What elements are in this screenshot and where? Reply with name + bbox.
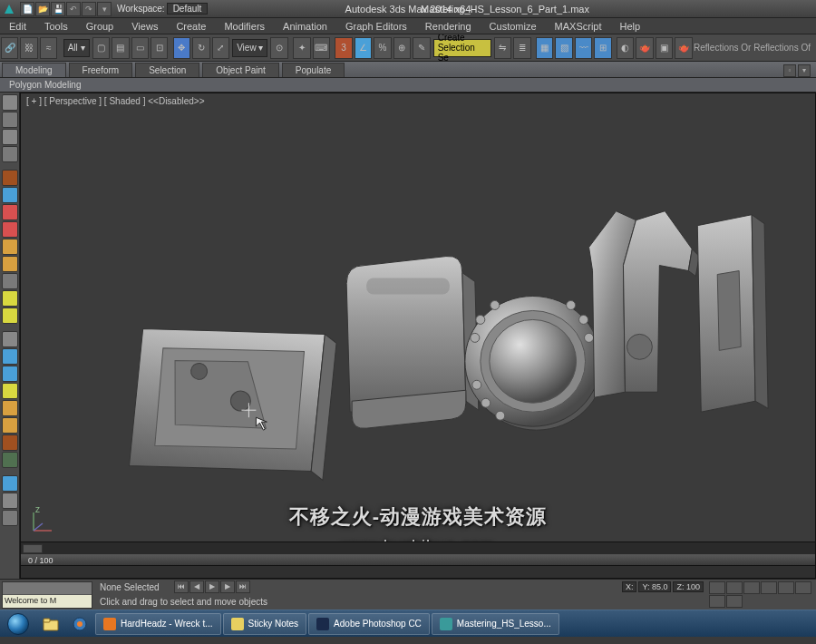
coord-y[interactable]: Y: 85.0: [638, 581, 671, 592]
select-move-icon[interactable]: ✥: [173, 37, 190, 59]
open-file-icon[interactable]: 📂: [35, 2, 50, 16]
left-tool-17[interactable]: [2, 400, 18, 416]
left-tool-19[interactable]: [2, 434, 18, 451]
task-item-1[interactable]: Sticky Notes: [223, 613, 307, 635]
left-tool-2[interactable]: [2, 129, 18, 145]
menu-modifiers[interactable]: Modifiers: [215, 18, 274, 34]
left-tool-13[interactable]: [2, 331, 18, 347]
pan-view-icon[interactable]: [709, 581, 725, 594]
viewport-scrollbar[interactable]: [21, 542, 815, 554]
next-frame-icon[interactable]: ▶: [220, 581, 235, 593]
menu-tools[interactable]: Tools: [35, 18, 77, 34]
ribbon-tab-selection[interactable]: Selection: [135, 63, 199, 77]
schematic-view-icon[interactable]: ⊞: [594, 37, 611, 59]
pinned-explorer-icon[interactable]: [36, 612, 65, 636]
left-tool-22[interactable]: [2, 493, 18, 509]
spinner-snap-icon[interactable]: ⊕: [393, 37, 411, 59]
viewport[interactable]: [ + ] [ Perspective ] [ Shaded ] <<Disab…: [20, 93, 816, 579]
menu-views[interactable]: Views: [122, 18, 167, 34]
nav-8-icon[interactable]: [726, 595, 743, 608]
task-item-2[interactable]: Adobe Photoshop CC: [308, 613, 430, 635]
save-file-icon[interactable]: 💾: [51, 2, 65, 16]
left-tool-15[interactable]: [2, 366, 18, 382]
percent-snap-icon[interactable]: %: [374, 37, 391, 59]
use-center-icon[interactable]: ⊙: [270, 37, 287, 59]
curve-editor-icon[interactable]: 〰: [575, 37, 592, 59]
ribbon-tab-object-paint[interactable]: Object Paint: [202, 63, 278, 77]
select-scale-icon[interactable]: ⤢: [212, 37, 229, 59]
time-track[interactable]: [21, 565, 815, 578]
ribbon-tab-populate[interactable]: Populate: [282, 63, 345, 77]
left-tool-8[interactable]: [2, 239, 18, 255]
align-icon[interactable]: ≣: [513, 37, 530, 59]
ribbon-tab-modeling[interactable]: Modeling: [2, 63, 66, 77]
rendered-frame-icon[interactable]: ▣: [656, 37, 673, 59]
left-tool-11[interactable]: [2, 290, 18, 307]
edit-selection-set-icon[interactable]: ✎: [413, 37, 430, 59]
left-tool-16[interactable]: [2, 383, 18, 399]
select-region-rect-icon[interactable]: ▭: [131, 37, 149, 59]
left-tool-18[interactable]: [2, 417, 18, 434]
material-editor-icon[interactable]: ◐: [617, 37, 634, 59]
select-name-icon[interactable]: ▤: [112, 37, 129, 59]
task-item-3[interactable]: Mastering_HS_Lesso...: [432, 613, 559, 635]
nav-7-icon[interactable]: [709, 595, 725, 608]
unlink-icon[interactable]: ⛓: [20, 37, 37, 59]
menu-animation[interactable]: Animation: [274, 18, 336, 34]
workspace-selector[interactable]: Workspace: Default: [117, 3, 208, 15]
left-tool-1[interactable]: [2, 112, 18, 128]
bind-icon[interactable]: ≈: [40, 37, 57, 59]
undo-icon[interactable]: ↶: [66, 2, 81, 16]
timeline-mini[interactable]: [3, 582, 92, 595]
ribbon-options-icon[interactable]: ▾: [798, 64, 811, 77]
menu-maxscript[interactable]: MAXScript: [546, 18, 611, 34]
angle-snap-icon[interactable]: ∠: [355, 37, 372, 59]
coord-x[interactable]: X:: [622, 581, 637, 592]
keyboard-shortcut-icon[interactable]: ⌨: [313, 37, 330, 59]
qat-dropdown-icon[interactable]: ▾: [97, 2, 112, 16]
left-tool-10[interactable]: [2, 273, 18, 289]
mirror-icon[interactable]: ⇋: [494, 37, 511, 59]
left-tool-9[interactable]: [2, 256, 18, 272]
window-crossing-icon[interactable]: ⊡: [151, 37, 168, 59]
play-icon[interactable]: ▶: [205, 581, 219, 593]
left-tool-4[interactable]: [2, 170, 18, 186]
menu-help[interactable]: Help: [611, 18, 650, 34]
left-tool-12[interactable]: [2, 307, 18, 324]
goto-end-icon[interactable]: ⏭: [236, 581, 250, 593]
left-tool-23[interactable]: [2, 510, 18, 526]
left-tool-20[interactable]: [2, 452, 18, 468]
ribbon-tab-freeform[interactable]: Freeform: [69, 63, 133, 77]
menu-rendering[interactable]: Rendering: [416, 18, 481, 34]
render-icon[interactable]: 🫖: [675, 37, 692, 59]
goto-start-icon[interactable]: ⏮: [174, 581, 189, 593]
named-selection-set-field[interactable]: Create Selection Se: [433, 39, 491, 57]
select-manipulate-icon[interactable]: ✦: [293, 37, 310, 59]
snap-toggle-icon[interactable]: 3: [335, 37, 352, 59]
left-tool-14[interactable]: [2, 348, 18, 365]
zoom-icon[interactable]: [726, 581, 743, 594]
left-tool-3[interactable]: [2, 146, 18, 162]
layer-manager-icon[interactable]: ▦: [536, 37, 553, 59]
time-ruler[interactable]: 0 / 100: [21, 554, 815, 565]
zoom-extents-icon[interactable]: [743, 581, 760, 594]
orbit-icon[interactable]: [778, 581, 794, 594]
left-tool-21[interactable]: [2, 475, 18, 492]
menu-customize[interactable]: Customize: [481, 18, 546, 34]
maximize-viewport-icon[interactable]: [795, 581, 811, 594]
render-setup-icon[interactable]: 🫖: [636, 37, 653, 59]
start-button[interactable]: [0, 611, 36, 637]
workspace-value[interactable]: Default: [167, 3, 209, 15]
menu-group[interactable]: Group: [77, 18, 123, 34]
left-tool-0[interactable]: [2, 94, 18, 111]
ribbon-panel-label[interactable]: Polygon Modeling: [0, 78, 816, 93]
select-icon[interactable]: ▢: [92, 37, 110, 59]
graphite-icon[interactable]: ▧: [555, 37, 572, 59]
prev-frame-icon[interactable]: ◀: [189, 581, 204, 593]
task-item-0[interactable]: HardHeadz - Wreck t...: [95, 613, 221, 635]
selection-filter-dropdown[interactable]: All ▾: [63, 39, 90, 57]
left-tool-6[interactable]: [2, 204, 18, 220]
link-icon[interactable]: 🔗: [1, 37, 18, 59]
redo-icon[interactable]: ↷: [82, 2, 96, 16]
menu-create[interactable]: Create: [167, 18, 215, 34]
